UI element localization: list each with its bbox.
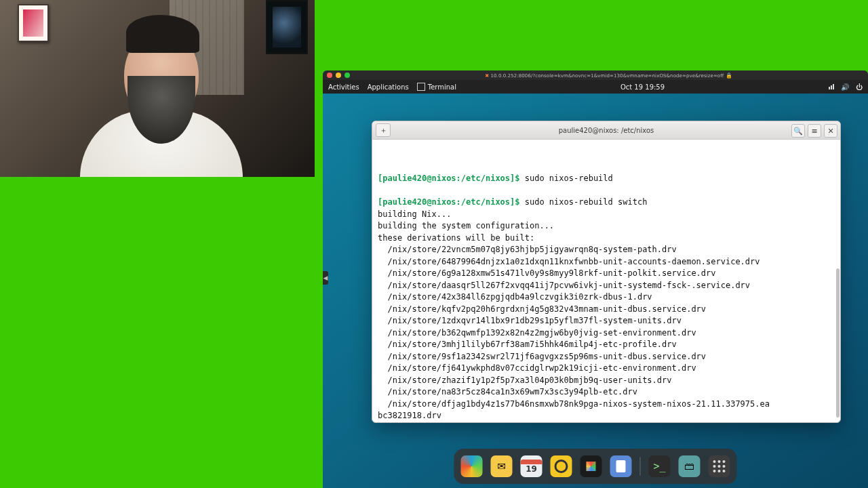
calendar-day: 19 (526, 464, 537, 474)
lock-icon: 🔒 (726, 73, 732, 79)
dock-music[interactable] (551, 455, 572, 477)
terminal-output-line: /nix/store/kqfv2pq20h6rgrdxnj4g5g832v43m… (378, 304, 835, 316)
dock-terminal[interactable]: >_ (649, 455, 671, 477)
files-icon: 🗃 (684, 460, 694, 472)
terminal-titlebar[interactable]: ＋ paulie420@nixos: /etc/nixos 🔍 ≡ ✕ (372, 121, 840, 140)
terminal-output-line: building Nix... (378, 209, 835, 221)
terminal-output-line: /nix/store/64879964dnjzx1a0z1dxqn11knxfw… (378, 256, 835, 268)
terminal-output-line: building '/nix/store/22vncm5m07q8jy63hjb… (378, 422, 835, 423)
vm-desktop: ✖ 10.0.0.252:8006/?console=kvm&novnc=1&v… (323, 70, 868, 488)
network-icon (829, 84, 834, 89)
applications-menu[interactable]: Applications (368, 83, 409, 91)
terminal-output-line: /nix/store/b362qwmfp1392x82n4z2mgjw6by0j… (378, 327, 835, 340)
dock-separator (640, 457, 641, 476)
presenter-hair (126, 15, 199, 53)
dock-show-apps[interactable] (709, 455, 730, 477)
room-tv (266, 0, 308, 54)
terminal-output-line: bc3821918.drv (378, 410, 835, 422)
dock-photos[interactable] (580, 455, 602, 477)
terminal-output-line: building the system configuration... (378, 220, 835, 232)
novnc-browser-chrome: ✖ 10.0.0.252:8006/?console=kvm&novnc=1&v… (323, 70, 868, 80)
activities-button[interactable]: Activities (328, 83, 359, 91)
search-icon: 🔍 (793, 127, 803, 136)
envelope-icon: ✉ (497, 460, 506, 472)
apps-grid-icon (713, 460, 726, 472)
window-minimize-button[interactable] (336, 73, 341, 78)
document-icon (616, 460, 626, 472)
volume-icon: 🔊 (841, 83, 849, 91)
dock-text-editor[interactable] (610, 455, 632, 477)
terminal-line: [paulie420@nixos:/etc/nixos]$ sudo nixos… (378, 197, 835, 209)
browser-url: ✖ 10.0.0.252:8006/?console=kvm&novnc=1&v… (353, 73, 864, 79)
terminal-menu-indicator[interactable]: Terminal (417, 83, 456, 91)
dock-files[interactable]: 🗃 (679, 455, 701, 477)
terminal-command: sudo nixos-rebuild switch (520, 197, 648, 207)
terminal-line: [paulie420@nixos:/etc/nixos]$ sudo nixos… (378, 173, 835, 185)
terminal-output-line: /nix/store/fj641ywkphd8v07ccidglrwp2k19i… (378, 363, 835, 375)
terminal-output-line: /nix/store/na83r5cz84ca1n3x69wm7x3sc3y94… (378, 386, 835, 399)
terminal-output-line: /nix/store/22vncm5m07q8jy63hjbp5jigyawrq… (378, 244, 835, 256)
dock-calendar[interactable]: 19 (521, 455, 542, 477)
terminal-output-line: /nix/store/6g9a128xmw51s471lv0y9s8myy9l8… (378, 268, 835, 280)
gnome-dock: ✉ 19 >_ 🗃 (454, 449, 737, 484)
terminal-prompt: [paulie420@nixos:/etc/nixos]$ (378, 197, 520, 207)
gnome-topbar: Activities Applications Terminal Oct 19 … (323, 80, 868, 94)
wall-picture-frame (18, 4, 49, 42)
topbar-clock[interactable]: Oct 19 19:59 (456, 83, 829, 91)
hamburger-button[interactable]: ≡ (808, 124, 821, 138)
terminal-icon (417, 83, 425, 91)
terminal-prompt-icon: >_ (653, 460, 665, 472)
webcam-overlay (0, 0, 315, 177)
dock-web-browser[interactable] (461, 455, 483, 477)
window-close-button[interactable] (327, 73, 332, 78)
novnc-sidebar-handle[interactable]: ◀ (323, 271, 328, 285)
terminal-output-line: /nix/store/3mhj1lilyb67rf38am7i5hhk46mil… (378, 339, 835, 351)
photos-icon (587, 462, 596, 471)
new-tab-button[interactable]: ＋ (376, 123, 391, 137)
terminal-output-line: /nix/store/42x384ll6zpgjqdb4a9lczvgik3i0… (378, 291, 835, 304)
calendar-header (521, 460, 542, 464)
plus-icon: ＋ (380, 125, 387, 136)
terminal-scrollbar[interactable] (836, 268, 840, 418)
search-button[interactable]: 🔍 (791, 124, 805, 138)
terminal-output-line: /nix/store/9sf1a2342swr2l71jf6agvgxzs5p9… (378, 351, 835, 363)
window-zoom-button[interactable] (344, 73, 350, 78)
close-icon: ✕ (827, 127, 833, 136)
terminal-blank-line (378, 185, 835, 197)
terminal-output-line: /nix/store/dfjag1bdy4z1s77b46nsmxwb78nk9… (378, 399, 835, 411)
gnome-terminal-window: ＋ paulie420@nixos: /etc/nixos 🔍 ≡ ✕ [pau… (372, 121, 841, 423)
dock-mail[interactable]: ✉ (491, 455, 513, 477)
power-icon: ⏻ (856, 83, 863, 91)
terminal-prompt: [paulie420@nixos:/etc/nixos]$ (378, 174, 520, 183)
terminal-command: sudo nixos-rebuild (520, 174, 613, 183)
terminal-output-line: these derivations will be built: (378, 232, 835, 245)
terminal-output-line: /nix/store/daasqr5ll267f2xvqq41ij7pcvw6i… (378, 280, 835, 292)
terminal-title: paulie420@nixos: /etc/nixos (372, 127, 840, 134)
terminal-output-line: /nix/store/zhazif1y1p2f5p7xa3l04p03k0bmj… (378, 375, 835, 387)
novnc-icon: ✖ (485, 73, 489, 79)
close-button[interactable]: ✕ (824, 124, 837, 138)
terminal-output[interactable]: [paulie420@nixos:/etc/nixos]$ sudo nixos… (372, 140, 840, 422)
music-icon (555, 460, 568, 473)
terminal-output-line: /nix/store/1zdxqvr14l1bx9r1db29s1p5yflm3… (378, 315, 835, 327)
system-status-area[interactable]: 🔊 ⏻ (829, 83, 863, 91)
hamburger-icon: ≡ (811, 127, 817, 136)
